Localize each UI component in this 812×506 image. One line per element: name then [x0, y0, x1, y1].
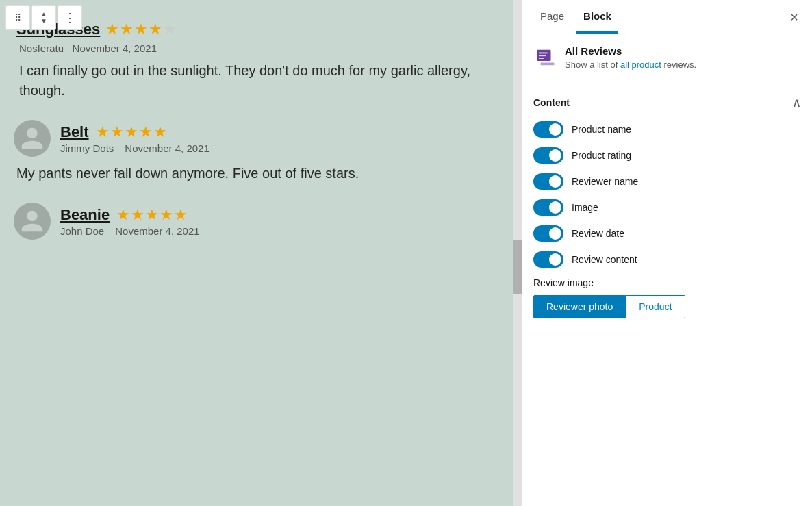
block-desc-link: all product [620, 60, 661, 70]
review-text-sunglasses: I can finally go out in the sunlight. Th… [16, 61, 505, 101]
toggle-review-content[interactable] [533, 251, 563, 268]
star-2: ★ [120, 21, 134, 38]
section-title: Content [533, 97, 570, 108]
more-options-icon: ⋮ [64, 10, 77, 25]
stars-beanie: ★ ★ ★ ★ ★ [116, 206, 188, 224]
block-title: All Reviews [565, 45, 696, 57]
review-text-belt: My pants never fall down anymore. Five o… [14, 164, 508, 184]
review-item-beanie: Beanie ★ ★ ★ ★ ★ John Doe November 4, 20… [14, 203, 508, 240]
toggle-row-product-name: Product name [533, 121, 801, 138]
toggle-row-review-content: Review content [533, 251, 801, 268]
review-image-label: Review image [533, 277, 801, 288]
avatar-belt [14, 120, 51, 157]
avatar-icon-beanie [19, 208, 45, 234]
move-up-down-button[interactable]: ▲ ▼ [31, 5, 56, 30]
product-button[interactable]: Product [626, 295, 685, 318]
reviewer-photo-button[interactable]: Reviewer photo [533, 295, 626, 318]
panel-tabs: Page Block × [522, 0, 812, 34]
label-product-rating: Product rating [572, 150, 631, 161]
svg-rect-3 [539, 55, 546, 56]
review-meta-beanie: Beanie ★ ★ ★ ★ ★ John Doe November 4, 20… [60, 206, 200, 237]
reviews-content: Sunglasses ★ ★ ★ ★ ★ Nosferatu November … [0, 7, 522, 270]
drag-handle[interactable]: ⠿ [5, 5, 30, 30]
reviewer-name-belt: Jimmy Dots [60, 142, 114, 154]
star-beanie-2: ★ [131, 206, 144, 224]
star-belt-2: ★ [110, 123, 124, 141]
svg-rect-4 [539, 58, 544, 59]
reviewer-name-sunglasses: Nosferatu [19, 42, 64, 54]
all-reviews-icon [533, 45, 558, 70]
block-info-text: All Reviews Show a list of all product r… [565, 45, 696, 70]
svg-rect-2 [539, 53, 548, 54]
star-beanie-5: ★ [174, 206, 188, 224]
avatar-beanie [14, 203, 51, 240]
star-belt-5: ★ [153, 123, 167, 141]
toggle-review-date[interactable] [533, 225, 563, 242]
label-image: Image [572, 202, 598, 213]
label-reviewer-name: Reviewer name [572, 176, 638, 187]
tab-block[interactable]: Block [576, 1, 618, 34]
block-desc: Show a list of all product reviews. [565, 60, 696, 70]
tab-page[interactable]: Page [533, 1, 571, 34]
product-name-beanie: Beanie [60, 206, 110, 224]
review-meta-belt: Belt ★ ★ ★ ★ ★ Jimmy Dots November 4, 20… [60, 123, 210, 154]
panel-body: All Reviews Show a list of all product r… [522, 34, 812, 506]
reviewer-name-beanie: John Doe [60, 225, 104, 237]
product-name-line-belt: Belt ★ ★ ★ ★ ★ [60, 123, 210, 141]
drag-icon: ⠿ [14, 12, 22, 23]
review-date-belt: November 4, 2021 [125, 142, 209, 154]
star-3: ★ [134, 21, 148, 38]
reviewer-info-belt: Jimmy Dots November 4, 2021 [60, 142, 210, 154]
toggle-row-product-rating: Product rating [533, 147, 801, 164]
star-beanie-4: ★ [160, 206, 173, 224]
review-item-sunglasses: Sunglasses ★ ★ ★ ★ ★ Nosferatu November … [14, 21, 508, 101]
product-name-belt: Belt [60, 123, 89, 141]
review-item-belt: Belt ★ ★ ★ ★ ★ Jimmy Dots November 4, 20… [14, 120, 508, 184]
toggle-product-name[interactable] [533, 121, 563, 138]
scrollbar-thumb[interactable] [513, 240, 522, 294]
reviewer-info-beanie: John Doe November 4, 2021 [60, 225, 200, 237]
block-info: All Reviews Show a list of all product r… [533, 45, 801, 81]
content-section-header[interactable]: Content ∧ [533, 95, 801, 110]
avatar-icon-belt [19, 125, 45, 151]
more-options-button[interactable]: ⋮ [58, 5, 82, 30]
review-header-belt: Belt ★ ★ ★ ★ ★ Jimmy Dots November 4, 20… [14, 120, 508, 157]
star-belt-3: ★ [125, 123, 138, 141]
toggle-product-rating[interactable] [533, 147, 563, 164]
toggle-row-image: Image [533, 199, 801, 216]
star-beanie-1: ★ [116, 206, 130, 224]
toggle-row-review-date: Review date [533, 225, 801, 242]
review-date-sunglasses: November 4, 2021 [73, 42, 157, 54]
stars-sunglasses: ★ ★ ★ ★ ★ [105, 21, 177, 38]
review-header-beanie: Beanie ★ ★ ★ ★ ★ John Doe November 4, 20… [14, 203, 508, 240]
stars-belt: ★ ★ ★ ★ ★ [96, 123, 167, 141]
close-button[interactable]: × [787, 8, 801, 27]
label-product-name: Product name [572, 124, 631, 135]
star-1: ★ [105, 21, 119, 38]
image-options: Reviewer photo Product [533, 295, 801, 318]
star-belt-4: ★ [139, 123, 153, 141]
label-review-content: Review content [572, 254, 637, 265]
star-beanie-3: ★ [145, 206, 159, 224]
right-panel: Page Block × All Reviews Show a list of … [522, 0, 812, 506]
toggle-row-reviewer-name: Reviewer name [533, 173, 801, 190]
toggle-reviewer-name[interactable] [533, 173, 563, 190]
toggle-image[interactable] [533, 199, 563, 216]
block-toolbar: ⠿ ▲ ▼ ⋮ [5, 5, 82, 30]
reviewer-info-sunglasses: Nosferatu November 4, 2021 [16, 42, 505, 54]
down-arrow-icon: ▼ [40, 18, 47, 25]
left-panel: ⠿ ▲ ▼ ⋮ Sunglasses ★ ★ ★ ★ ★ [0, 0, 522, 506]
scrollbar[interactable] [513, 0, 522, 506]
star-belt-1: ★ [96, 123, 110, 141]
svg-rect-1 [541, 63, 555, 66]
star-5-empty: ★ [163, 21, 177, 38]
review-header-sunglasses: Sunglasses ★ ★ ★ ★ ★ [16, 21, 505, 38]
chevron-up-icon: ∧ [792, 95, 801, 110]
review-date-beanie: November 4, 2021 [115, 225, 199, 237]
label-review-date: Review date [572, 228, 624, 239]
product-name-line-beanie: Beanie ★ ★ ★ ★ ★ [60, 206, 200, 224]
star-4: ★ [149, 21, 162, 38]
